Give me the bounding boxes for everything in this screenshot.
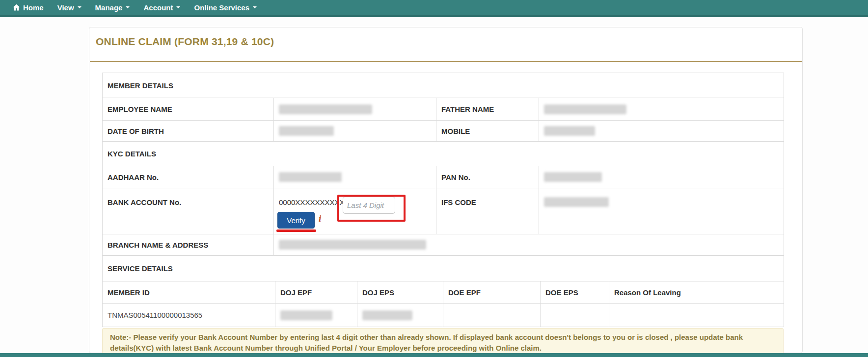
column-header-member-id: MEMBER ID — [103, 281, 275, 304]
bank-account-row: BANK ACCOUNT No. 0000XXXXXXXXXX Verify i… — [103, 188, 784, 234]
member-kyc-table: MEMBER DETAILS EMPLOYEE NAME FATHER NAME… — [102, 73, 784, 255]
service-data-row: TNMAS00541100000013565 — [103, 304, 784, 327]
footer-bar — [0, 353, 868, 357]
redacted-ifs-code — [544, 197, 609, 207]
branch-value — [274, 234, 784, 255]
mobile-label: MOBILE — [436, 121, 539, 142]
column-header-doe-eps: DOE EPS — [541, 281, 609, 304]
section-heading-kyc-details: KYC DETAILS — [103, 142, 784, 166]
chevron-down-icon — [253, 6, 257, 8]
redacted-pan — [544, 172, 602, 182]
branch-row: BRANCH NAME & ADDRESS — [103, 234, 784, 255]
employee-name-value — [274, 98, 436, 121]
nav-item-label: Home — [23, 3, 44, 12]
bank-account-label: BANK ACCOUNT No. — [103, 188, 274, 234]
doj-epf-cell — [275, 304, 357, 327]
table-row: EMPLOYEE NAME FATHER NAME — [103, 98, 784, 121]
redacted-dob — [279, 126, 334, 136]
section-heading-member-details: MEMBER DETAILS — [103, 73, 784, 98]
father-name-value — [539, 98, 784, 121]
column-header-doj-eps: DOJ EPS — [357, 281, 443, 304]
nav-item-label: Account — [143, 3, 173, 12]
ifs-code-label: IFS CODE — [436, 188, 539, 234]
column-header-doj-epf: DOJ EPF — [275, 281, 357, 304]
page-title: ONLINE CLAIM (FORM 31,19 & 10C) — [96, 36, 274, 48]
redacted-aadhaar — [279, 172, 342, 182]
section-row-kyc-details: KYC DETAILS — [103, 142, 784, 166]
aadhaar-value — [274, 166, 436, 188]
nav-item-manage[interactable]: Manage — [88, 0, 137, 16]
column-header-doe-epf: DOE EPF — [443, 281, 541, 304]
member-id-cell: TNMAS00541100000013565 — [103, 304, 275, 327]
section-heading-service-details: SERVICE DETAILS — [103, 256, 784, 281]
nav-item-online-services[interactable]: Online Services — [187, 0, 264, 16]
title-divider — [90, 61, 802, 62]
section-row-service-details: SERVICE DETAILS — [103, 256, 784, 281]
pan-value — [539, 166, 784, 188]
table-row: DATE OF BIRTH MOBILE — [103, 121, 784, 142]
reason-of-leaving-cell — [609, 304, 784, 327]
nav-item-label: Manage — [95, 3, 123, 12]
column-header-reason-of-leaving: Reason Of Leaving — [609, 281, 784, 304]
doe-eps-cell — [541, 304, 609, 327]
service-header-row: MEMBER ID DOJ EPF DOJ EPS DOE EPF DOE EP… — [103, 281, 784, 304]
redacted-employee-name — [279, 104, 372, 114]
redacted-branch — [279, 240, 426, 250]
chevron-down-icon — [176, 6, 180, 8]
service-details-table: SERVICE DETAILS MEMBER ID DOJ EPF DOJ EP… — [102, 255, 784, 327]
info-icon[interactable]: i — [319, 213, 321, 224]
doe-epf-cell — [443, 304, 541, 327]
redacted-mobile — [544, 126, 595, 136]
branch-label: BRANCH NAME & ADDRESS — [103, 234, 274, 255]
top-navbar: Home View Manage Account Online Services — [0, 0, 868, 17]
nav-item-label: View — [57, 3, 74, 12]
redacted-doj-epf — [280, 310, 332, 320]
section-row-member-details: MEMBER DETAILS — [103, 73, 784, 98]
nav-item-home[interactable]: Home — [6, 0, 51, 16]
pan-label: PAN No. — [436, 166, 539, 188]
bank-account-masked-number: 0000XXXXXXXXXX — [279, 198, 344, 206]
nav-item-view[interactable]: View — [51, 0, 88, 16]
nav-item-account[interactable]: Account — [136, 0, 187, 16]
annotation-underline-verify — [276, 230, 316, 232]
nav-item-label: Online Services — [194, 3, 249, 12]
redacted-father-name — [544, 104, 626, 114]
father-name-label: FATHER NAME — [436, 98, 539, 121]
ifs-code-value — [539, 188, 784, 234]
online-claim-panel: ONLINE CLAIM (FORM 31,19 & 10C) MEMBER D… — [89, 27, 803, 353]
aadhaar-label: AADHAAR No. — [103, 166, 274, 188]
employee-name-label: EMPLOYEE NAME — [103, 98, 274, 121]
redacted-doj-eps — [362, 310, 412, 320]
verify-button[interactable]: Verify — [277, 212, 315, 229]
doj-eps-cell — [357, 304, 443, 327]
claim-form-content: MEMBER DETAILS EMPLOYEE NAME FATHER NAME… — [102, 73, 784, 357]
table-row: AADHAAR No. PAN No. — [103, 166, 784, 188]
mobile-value — [539, 121, 784, 142]
date-of-birth-value — [274, 121, 436, 142]
chevron-down-icon — [78, 6, 81, 8]
date-of-birth-label: DATE OF BIRTH — [103, 121, 274, 142]
member-id-value: TNMAS00541100000013565 — [108, 311, 202, 319]
last4-digit-input[interactable] — [343, 197, 395, 214]
bank-account-cell: 0000XXXXXXXXXX Verify i — [274, 188, 436, 234]
chevron-down-icon — [126, 6, 130, 8]
home-icon — [13, 4, 20, 11]
